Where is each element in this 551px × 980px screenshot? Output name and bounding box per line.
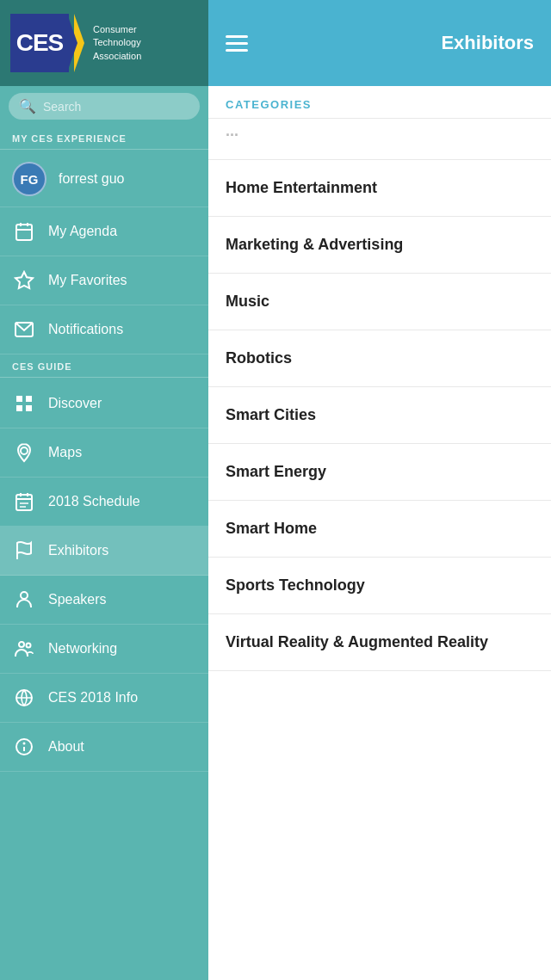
main-header: Exhibitors bbox=[208, 0, 551, 86]
sidebar-item-about[interactable]: About bbox=[0, 723, 208, 772]
sidebar-item-speakers[interactable]: Speakers bbox=[0, 576, 208, 625]
svg-point-10 bbox=[21, 447, 28, 454]
sidebar-item-discover[interactable]: Discover bbox=[0, 379, 208, 428]
category-item-text: Smart Cities bbox=[226, 406, 316, 423]
divider-ces-guide bbox=[0, 377, 208, 378]
sidebar-item-schedule[interactable]: 2018 Schedule bbox=[0, 478, 208, 527]
globe-icon bbox=[12, 686, 36, 710]
sidebar-item-label: Speakers bbox=[48, 592, 107, 607]
star-icon bbox=[12, 268, 36, 293]
category-item-sports-technology[interactable]: Sports Technology bbox=[208, 558, 551, 614]
ces-logo-arrow bbox=[67, 14, 77, 72]
sidebar-item-label: Exhibitors bbox=[48, 543, 108, 558]
category-item-virtual-reality[interactable]: Virtual Reality & Augmented Reality bbox=[208, 614, 551, 671]
categories-list: ... Home Entertainment Marketing & Adver… bbox=[208, 119, 551, 980]
svg-marker-4 bbox=[15, 272, 33, 288]
sidebar-item-label: Networking bbox=[48, 641, 117, 656]
people-icon bbox=[12, 637, 36, 661]
ces-logo-text: CES bbox=[16, 29, 64, 57]
svg-rect-8 bbox=[16, 405, 22, 411]
grid-icon bbox=[12, 391, 36, 416]
my-ces-section-label: MY CES EXPERIENCE bbox=[0, 126, 208, 147]
ces-guide-section-label: CES GUIDE bbox=[0, 354, 208, 375]
ces-logo: CES Consumer Technology Association bbox=[10, 14, 141, 72]
sidebar-item-label: Notifications bbox=[48, 322, 123, 337]
location-icon bbox=[12, 441, 36, 465]
avatar: FG bbox=[12, 162, 46, 196]
category-item-text: Robotics bbox=[226, 349, 292, 367]
sidebar-item-ces-info[interactable]: CES 2018 Info bbox=[0, 674, 208, 723]
info-icon bbox=[12, 735, 36, 759]
sidebar-item-my-agenda[interactable]: My Agenda bbox=[0, 207, 208, 256]
category-item-text: ... bbox=[226, 122, 238, 139]
category-item-home-entertainment[interactable]: Home Entertainment bbox=[208, 160, 551, 217]
main-content: Exhibitors CATEGORIES ... Home Entertain… bbox=[208, 0, 551, 980]
user-name: forrest guo bbox=[59, 171, 124, 187]
schedule-icon bbox=[12, 490, 36, 514]
sidebar-item-maps[interactable]: Maps bbox=[0, 428, 208, 478]
person-icon bbox=[12, 588, 36, 612]
category-item-text: Virtual Reality & Augmented Reality bbox=[226, 633, 488, 650]
category-item-text: Smart Home bbox=[226, 520, 317, 537]
svg-rect-7 bbox=[26, 396, 32, 402]
category-item-smart-home[interactable]: Smart Home bbox=[208, 501, 551, 558]
category-item-robotics[interactable]: Robotics bbox=[208, 330, 551, 387]
svg-point-19 bbox=[19, 642, 24, 647]
sidebar-item-label: My Agenda bbox=[48, 224, 117, 239]
page-title: Exhibitors bbox=[441, 32, 534, 54]
sidebar-header: CES Consumer Technology Association bbox=[0, 0, 208, 86]
sidebar-item-label: CES 2018 Info bbox=[48, 690, 138, 706]
svg-point-18 bbox=[21, 592, 28, 599]
svg-rect-0 bbox=[16, 225, 32, 240]
sidebar: CES Consumer Technology Association 🔍 Se… bbox=[0, 0, 208, 980]
sidebar-item-label: Maps bbox=[48, 445, 82, 460]
svg-rect-11 bbox=[16, 495, 32, 510]
sidebar-item-label: About bbox=[48, 739, 84, 755]
user-profile-item[interactable]: FG forrest guo bbox=[0, 151, 208, 207]
category-item-music[interactable]: Music bbox=[208, 274, 551, 330]
calendar-icon bbox=[12, 219, 36, 243]
hamburger-button[interactable] bbox=[226, 35, 248, 52]
flag-icon bbox=[12, 539, 36, 563]
categories-section-label: CATEGORIES bbox=[208, 86, 551, 119]
category-item-smart-cities[interactable]: Smart Cities bbox=[208, 387, 551, 444]
search-placeholder: Search bbox=[43, 100, 189, 114]
category-item-partial[interactable]: ... bbox=[208, 119, 551, 160]
category-item-text: Marketing & Advertising bbox=[226, 236, 403, 253]
search-icon: 🔍 bbox=[19, 98, 36, 114]
svg-point-20 bbox=[27, 644, 31, 648]
svg-rect-9 bbox=[26, 405, 32, 411]
category-item-text: Sports Technology bbox=[226, 576, 365, 594]
sidebar-item-label: 2018 Schedule bbox=[48, 494, 140, 509]
category-item-marketing-advertising[interactable]: Marketing & Advertising bbox=[208, 217, 551, 274]
category-item-text: Smart Energy bbox=[226, 463, 326, 480]
ces-logo-box: CES bbox=[10, 14, 69, 72]
sidebar-item-my-favorites[interactable]: My Favorites bbox=[0, 256, 208, 305]
category-item-smart-energy[interactable]: Smart Energy bbox=[208, 444, 551, 501]
divider-my-ces bbox=[0, 149, 208, 150]
category-item-text: Home Entertainment bbox=[226, 179, 377, 196]
sidebar-item-label: My Favorites bbox=[48, 273, 127, 288]
sidebar-item-networking[interactable]: Networking bbox=[0, 625, 208, 674]
category-item-text: Music bbox=[226, 293, 269, 310]
sidebar-item-notifications[interactable]: Notifications bbox=[0, 305, 208, 354]
ces-association-text: Consumer Technology Association bbox=[93, 23, 141, 63]
search-bar[interactable]: 🔍 Search bbox=[9, 93, 200, 120]
svg-rect-6 bbox=[16, 396, 22, 402]
sidebar-item-exhibitors[interactable]: Exhibitors bbox=[0, 527, 208, 576]
envelope-icon bbox=[12, 317, 36, 342]
sidebar-item-label: Discover bbox=[48, 396, 102, 411]
